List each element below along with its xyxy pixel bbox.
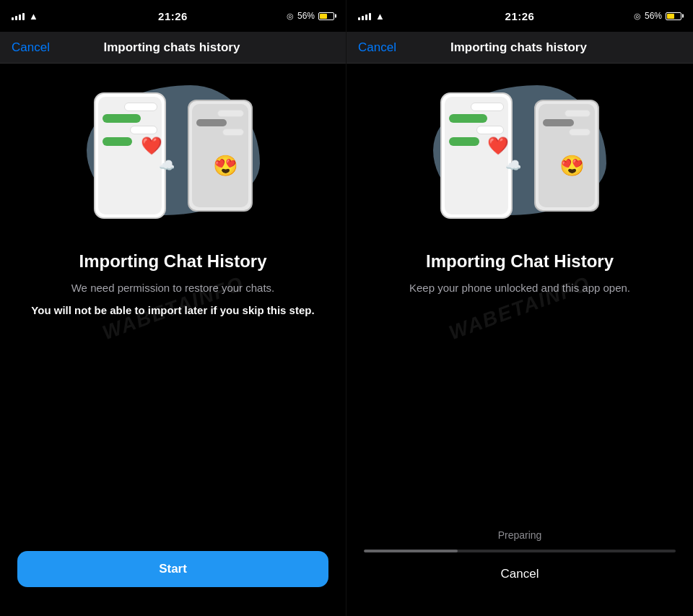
bubble-2 xyxy=(103,114,141,123)
status-bar-right: ▲ 21:26 ◎ 56% xyxy=(346,0,693,32)
emoji-face-right: 😍 xyxy=(559,154,585,178)
battery-fill-right xyxy=(667,14,674,19)
progress-bar-container xyxy=(364,550,676,552)
status-left-left: ▲ xyxy=(12,11,69,22)
cancel-button-right[interactable]: Cancel xyxy=(358,40,396,55)
time-left: 21:26 xyxy=(158,10,188,22)
battery-body-right xyxy=(666,12,681,20)
bubble-r-2 xyxy=(449,114,487,123)
wifi-icon-left: ▲ xyxy=(29,11,38,22)
heart-icon-right: ❤️ xyxy=(487,136,509,156)
status-right-right: ◎ 56% xyxy=(624,11,681,21)
left-screen: ▲ 21:26 ◎ 56% Cancel Importing chats his… xyxy=(0,0,346,616)
signal-bar-2 xyxy=(15,16,17,20)
heading-left: Importing Chat History xyxy=(79,251,266,272)
content-right: ❤️ ☁️ 😍 Importing Chat History Keep your… xyxy=(346,64,693,529)
location-icon-left: ◎ xyxy=(287,12,294,21)
time-right: 21:26 xyxy=(505,10,535,22)
wifi-icon-right: ▲ xyxy=(375,11,385,22)
status-left-right: ▲ xyxy=(358,11,416,22)
signal-bar-r4 xyxy=(369,13,371,20)
nav-title-right: Importing chats history xyxy=(450,40,587,55)
signal-bar-3 xyxy=(19,14,21,20)
description-right: Keep your phone unlocked and this app op… xyxy=(409,280,630,297)
battery-percent-left: 56% xyxy=(297,11,315,21)
signal-bar-1 xyxy=(12,17,14,20)
battery-body-left xyxy=(318,12,334,20)
bubble-r-4 xyxy=(449,137,479,146)
emoji-face-left: 😍 xyxy=(213,154,238,178)
bubble-3 xyxy=(130,126,157,134)
bubble-rr2 xyxy=(543,119,574,126)
illustration-left: ❤️ ☁️ 😍 xyxy=(72,78,274,237)
signal-bars-right xyxy=(358,12,371,20)
battery-left xyxy=(318,12,334,20)
battery-percent-right: 56% xyxy=(645,11,662,21)
signal-bar-r1 xyxy=(358,17,360,20)
illustration-right: ❤️ ☁️ 😍 xyxy=(419,78,621,237)
signal-bar-r2 xyxy=(362,16,364,20)
location-icon-right: ◎ xyxy=(634,12,641,21)
signal-bar-r3 xyxy=(365,14,367,20)
battery-fill-left xyxy=(320,14,327,19)
right-screen: ▲ 21:26 ◎ 56% Cancel Importing chats his… xyxy=(346,0,693,616)
signal-bar-4 xyxy=(22,13,25,20)
battery-right xyxy=(666,12,681,20)
bubble-4 xyxy=(103,137,133,146)
cloud-icon-right: ☁️ xyxy=(505,157,521,173)
nav-bar-left: Cancel Importing chats history xyxy=(0,32,346,64)
nav-title-left: Importing chats history xyxy=(104,40,240,55)
status-bar-left: ▲ 21:26 ◎ 56% xyxy=(0,0,346,32)
heart-icon-left: ❤️ xyxy=(141,136,162,156)
content-left: ❤️ ☁️ 😍 Importing Chat History We need p… xyxy=(0,64,346,539)
bubble-r1 xyxy=(217,110,243,117)
bubble-1 xyxy=(124,103,157,111)
signal-bars-left xyxy=(12,12,25,20)
bubble-r3 xyxy=(222,129,244,136)
start-button[interactable]: Start xyxy=(17,551,328,587)
description-left: We need permission to restore your chats… xyxy=(71,280,275,297)
progress-bar-fill xyxy=(364,550,458,552)
bubble-r-3 xyxy=(476,126,504,134)
status-right-left: ◎ 56% xyxy=(276,11,334,21)
bubble-rr3 xyxy=(569,129,590,136)
heading-right: Importing Chat History xyxy=(426,251,614,272)
preparing-label: Preparing xyxy=(498,529,542,541)
bubble-r-1 xyxy=(471,103,504,111)
cancel-progress-button[interactable]: Cancel xyxy=(495,561,545,587)
preparing-area: Preparing Cancel xyxy=(346,529,693,616)
bottom-area-left: Start xyxy=(0,539,346,616)
warning-left: You will not be able to import later if … xyxy=(31,303,314,319)
cancel-button-left[interactable]: Cancel xyxy=(12,40,50,55)
bubble-r2 xyxy=(196,119,227,126)
cloud-icon-left: ☁️ xyxy=(159,157,175,173)
bubble-rr1 xyxy=(565,110,590,117)
nav-bar-right: Cancel Importing chats history xyxy=(346,32,693,64)
